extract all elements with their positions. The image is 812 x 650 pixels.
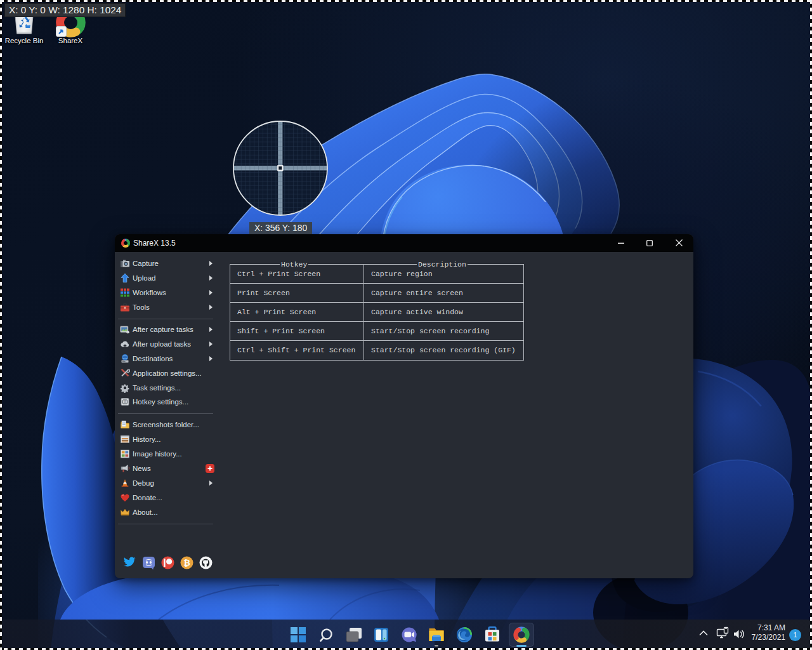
svg-text:₿: ₿ (183, 558, 190, 567)
svg-text:A: A (124, 400, 126, 404)
